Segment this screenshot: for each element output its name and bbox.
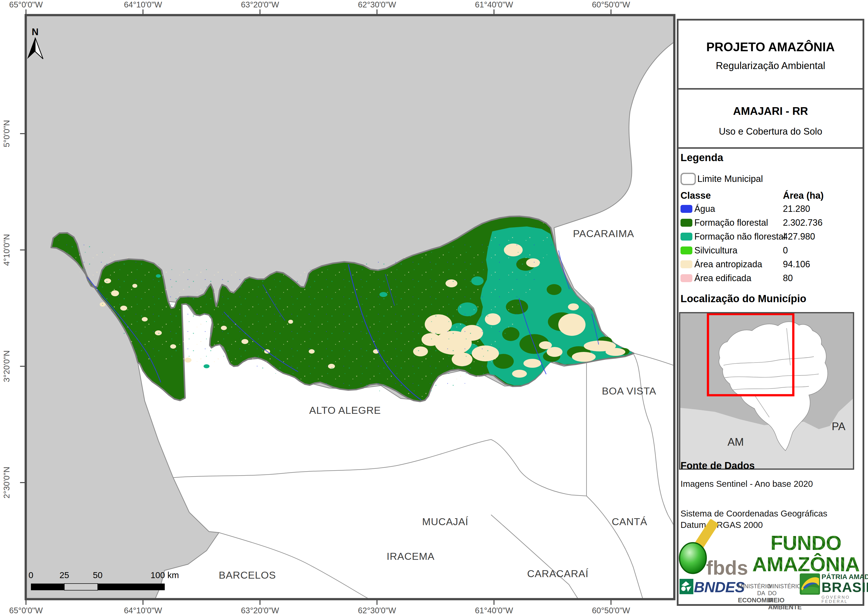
edificada-label: Área edificada — [694, 273, 751, 283]
source-heading: Fonte de Dados — [680, 460, 755, 471]
legend-heading: Legenda — [680, 152, 723, 163]
silvicultura-swatch — [680, 247, 692, 254]
governo-federal-text: GOVERNO FEDERAL — [822, 595, 868, 604]
legend-row-nao-florestal: Formação não florestal 427.980 — [680, 230, 854, 244]
ministry-economy-line1: MINISTÉRIO DA — [738, 583, 765, 597]
north-label: N — [32, 27, 38, 37]
label-mucajai: MUCAJAÍ — [422, 516, 468, 527]
antropizada-swatch — [680, 260, 692, 268]
lon-top-3: 62°30'0"W — [358, 0, 396, 9]
municipality-section: AMAJARI - RR Uso e Cobertura do Solo — [679, 90, 863, 149]
edificada-swatch — [680, 274, 692, 282]
florestal-label: Formação florestal — [694, 218, 768, 228]
antropizada-label: Área antropizada — [694, 259, 762, 269]
scale-0: 0 — [28, 570, 33, 580]
lon-top-4: 61°40'0"W — [475, 0, 513, 9]
label-iracema: IRACEMA — [387, 551, 435, 562]
nao-florestal-label: Formação não florestal — [694, 232, 785, 242]
lat-2: 3°20'0"N — [2, 350, 11, 382]
silvicultura-label: Silvicultura — [694, 245, 738, 256]
bndes-logo-text: BNDES — [694, 578, 744, 596]
source-line1: Imagens Sentinel - Ano base 2020 — [680, 479, 813, 489]
area-header: Área (ha) — [783, 190, 824, 201]
fbds-logo-text: fbds — [706, 556, 748, 579]
lon-bot-2: 63°20'0"W — [241, 606, 279, 614]
bndes-logo-icon — [679, 579, 693, 594]
fundo-line1: FUNDO — [770, 532, 842, 554]
inset-label-am: AM — [727, 436, 744, 448]
legend-row-florestal: Formação florestal 2.302.736 — [680, 216, 854, 230]
lon-bot-1: 64°10'0"W — [124, 606, 162, 614]
scale-50: 50 — [93, 570, 103, 580]
location-heading: Localização do Município — [680, 293, 806, 305]
lon-bot-5: 60°50'0"W — [592, 606, 630, 614]
scale-25: 25 — [60, 570, 69, 580]
limit-municipal-label: Limite Municipal — [698, 174, 763, 184]
lon-top-0: 65°0'0"W — [9, 0, 43, 9]
legend-row-agua: Água 21.280 — [680, 202, 854, 216]
municipality-title: AMAJARI - RR — [679, 105, 863, 117]
inset-label-pa: PA — [832, 420, 845, 432]
lon-bot-0: 65°0'0"W — [9, 606, 43, 614]
lon-top-5: 60°50'0"W — [592, 0, 630, 9]
class-header: Classe — [680, 190, 711, 201]
map-layout-page: PACARAIMA BOA VISTA ALTO ALEGRE MUCAJAÍ … — [0, 0, 868, 614]
antropizada-area: 94.106 — [783, 259, 810, 269]
map-theme: Uso e Cobertura do Solo — [679, 126, 863, 137]
agua-area: 21.280 — [783, 204, 810, 214]
florestal-area: 2.302.736 — [783, 218, 823, 228]
project-title: PROJETO AMAZÔNIA — [679, 40, 863, 54]
label-alto-alegre: ALTO ALEGRE — [309, 405, 381, 416]
agua-label: Água — [694, 204, 715, 214]
lat-1: 4°10'0"N — [2, 234, 11, 266]
ministry-environment: MINISTÉRIO DO MEIO AMBIENTE — [768, 583, 804, 611]
legend-row-edificada: Área edificada 80 — [680, 271, 854, 285]
ministry-economy-line2: ECONOMIA — [738, 597, 765, 604]
edificada-area: 80 — [783, 273, 793, 283]
legend-limit-row: Limite Municipal — [680, 172, 763, 186]
legend-row-silvicultura: Silvicultura 0 — [680, 244, 854, 257]
label-canta: CANTÁ — [612, 516, 647, 527]
silvicultura-area: 0 — [783, 245, 788, 256]
florestal-swatch — [680, 219, 692, 227]
lon-bot-3: 62°30'0"W — [358, 606, 396, 614]
project-subtitle: Regularização Ambiental — [679, 60, 863, 71]
label-barcelos: BARCELOS — [219, 569, 276, 581]
ministry-economy: MINISTÉRIO DA ECONOMIA — [738, 583, 765, 604]
ministry-environment-line2: MEIO AMBIENTE — [768, 597, 804, 611]
label-boa-vista: BOA VISTA — [602, 385, 656, 397]
lat-3: 2°30'0"N — [2, 467, 11, 499]
legend-row-antropizada: Área antropizada 94.106 — [680, 257, 854, 271]
lon-bot-4: 61°40'0"W — [475, 606, 513, 614]
lon-top-1: 64°10'0"W — [124, 0, 162, 9]
info-panel: PROJETO AMAZÔNIA Regularização Ambiental… — [677, 19, 864, 606]
title-section: PROJETO AMAZÔNIA Regularização Ambiental — [679, 20, 863, 90]
legend-column-headers: Classe Área (ha) — [680, 190, 854, 201]
nao-florestal-swatch — [680, 233, 692, 241]
lon-top-2: 63°20'0"W — [241, 0, 279, 9]
scale-100: 100 km — [150, 570, 179, 580]
limit-municipal-swatch — [680, 173, 696, 185]
label-caracarai: CARACARAÍ — [527, 568, 589, 579]
brasil-text: BRASIL — [822, 580, 868, 594]
brasil-flag-icon — [800, 574, 820, 595]
fundo-amazonia-logo: FUNDO AMAZÔNIA — [748, 532, 864, 575]
agua-swatch — [680, 205, 692, 213]
location-inset-map: AM PA — [679, 312, 854, 470]
nao-florestal-area: 427.980 — [783, 232, 815, 242]
label-pacaraima: PACARAIMA — [573, 228, 634, 239]
governo-federal-logo: PÁTRIA AMADA BRASIL GOVERNO FEDERAL — [822, 574, 868, 604]
lat-0: 5°0'0"N — [2, 120, 11, 147]
fundo-line2: AMAZÔNIA — [752, 553, 860, 575]
ministry-environment-line1: MINISTÉRIO DO — [768, 583, 804, 597]
